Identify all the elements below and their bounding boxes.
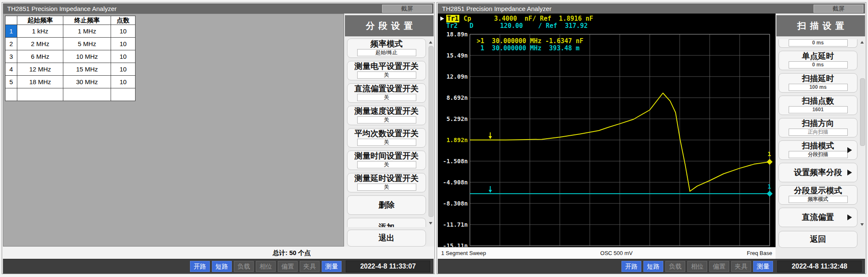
panel-button[interactable]: 测量速度设置开关 关 — [347, 106, 426, 125]
back-button[interactable]: 返回 — [778, 231, 857, 248]
status-button[interactable]: 负载 — [234, 261, 254, 272]
start-frequency-cell[interactable] — [17, 88, 63, 101]
points-cell[interactable]: 10 — [111, 63, 136, 76]
panel-button[interactable]: 扫描延时 100 ms — [778, 73, 857, 93]
table-row: 5 18 MHz 30 MHz 10 — [5, 76, 136, 88]
panel-button[interactable]: 直流偏置设置开关 关 — [347, 83, 426, 103]
status-button[interactable]: 测量 — [322, 261, 342, 272]
stop-frequency-cell[interactable]: 1 MHz — [63, 25, 111, 38]
panel-button[interactable]: 添加 — [347, 218, 426, 227]
status-button[interactable]: 相位 — [256, 261, 276, 272]
start-frequency-cell[interactable]: 1 kHz — [17, 25, 63, 38]
points-cell[interactable] — [111, 88, 136, 101]
svg-text:12.09n: 12.09n — [446, 73, 468, 80]
trace2-detail: D 120.00 / Ref 317.92 — [462, 22, 588, 30]
row-number-cell[interactable]: 5 — [5, 76, 17, 88]
trace2-chip[interactable]: Tr2 — [446, 22, 458, 30]
points-cell[interactable]: 10 — [111, 76, 136, 88]
panel-button[interactable]: 测量时间设置开关 关 — [347, 151, 426, 170]
screenshot-button[interactable]: 截屏 — [814, 5, 863, 13]
osc-level-label: OSC 500 mV — [600, 250, 633, 256]
svg-text:-4.908n: -4.908n — [443, 179, 468, 186]
stop-frequency-cell[interactable]: 15 MHz — [63, 63, 111, 76]
scrollbar-thumb[interactable] — [860, 78, 865, 146]
panel-button[interactable]: 单点延时 0 ms — [778, 51, 857, 70]
panel-button[interactable]: 分段显示模式 频率模式 — [778, 185, 857, 205]
stop-frequency-cell[interactable]: 10 MHz — [63, 50, 111, 63]
panel-button-value: 1601 — [789, 106, 848, 113]
points-cell[interactable]: 10 — [111, 25, 136, 38]
table-row: 2 2 MHz 5 MHz 10 — [5, 38, 136, 50]
trace1-chip[interactable]: Tr1 — [446, 15, 459, 22]
scrollbar-thumb[interactable] — [429, 46, 434, 217]
status-button[interactable]: 偏置 — [709, 261, 729, 272]
panel-button[interactable]: 直流偏置 — [778, 208, 857, 227]
row-number-cell[interactable]: 3 — [5, 50, 17, 63]
exit-button[interactable]: 退出 — [347, 230, 426, 247]
status-button[interactable]: 开路 — [190, 261, 210, 272]
scroll-up-icon[interactable] — [429, 41, 432, 44]
submenu-arrow-icon — [847, 214, 852, 220]
status-button[interactable]: 偏置 — [278, 261, 298, 272]
status-button[interactable]: 夹具 — [731, 261, 751, 272]
points-cell[interactable]: 10 — [111, 38, 136, 50]
svg-text:-15.11n: -15.11n — [443, 242, 468, 247]
scroll-down-icon[interactable] — [860, 223, 864, 226]
status-button[interactable]: 负载 — [665, 261, 685, 272]
status-button[interactable]: 短路 — [212, 261, 232, 272]
row-number-cell[interactable]: 1 — [5, 25, 17, 38]
start-frequency-cell[interactable]: 12 MHz — [17, 63, 63, 76]
row-number-cell[interactable]: 4 — [5, 63, 17, 76]
stop-frequency-cell[interactable] — [63, 88, 111, 101]
panel-button-label: 测量速度设置开关 — [347, 106, 426, 116]
panel-button[interactable]: 测量电平设置开关 关 — [347, 61, 426, 80]
titlebar[interactable]: TH2851 Precision Impedance Analyzer 截屏 — [438, 3, 865, 14]
totals-strip: 总计: 50 个点 — [2, 247, 434, 259]
statusbar: 开路 短路 负载 相位 偏置 夹具 测量 2022-4-8 11:33:07 — [3, 259, 434, 274]
start-frequency-cell[interactable]: 18 MHz — [17, 76, 63, 88]
svg-text:1.892n: 1.892n — [446, 137, 468, 143]
start-frequency-cell[interactable]: 6 MHz — [17, 50, 63, 63]
panel-button[interactable]: 扫描模式 分段扫描 — [778, 140, 857, 160]
status-button[interactable]: 夹具 — [300, 261, 320, 272]
table-header-cell: 点数 — [111, 16, 136, 25]
points-cell[interactable]: 10 — [111, 50, 136, 63]
panel-button[interactable]: 平均次数设置开关 关 — [347, 128, 426, 148]
panel-scroll-area: 0 ms 单点延时 0 ms 扫描延时 100 ms — [776, 38, 866, 228]
row-number-cell[interactable]: 2 — [5, 38, 17, 50]
scrollbar[interactable] — [859, 39, 865, 228]
panel-button[interactable]: 0 ms — [778, 39, 857, 48]
scroll-down-icon[interactable] — [429, 222, 432, 225]
screenshot-button[interactable]: 截屏 — [382, 5, 432, 13]
svg-text:-11.71n: -11.71n — [443, 221, 468, 228]
panel-button-value: 起始/终止 — [357, 49, 416, 56]
stop-frequency-cell[interactable]: 5 MHz — [63, 38, 111, 50]
stop-frequency-cell[interactable]: 30 MHz — [63, 76, 111, 88]
panel-button[interactable]: 设置频率分段 — [778, 163, 857, 182]
status-button[interactable]: 相位 — [687, 261, 707, 272]
titlebar[interactable]: TH2851 Precision Impedance Analyzer 截屏 — [3, 3, 434, 14]
scrollbar[interactable] — [428, 39, 434, 226]
submenu-arrow-icon — [847, 147, 852, 153]
panel-button[interactable]: 扫描方向 正向扫描 — [778, 118, 857, 137]
table-row: 3 6 MHz 10 MHz 10 — [5, 50, 136, 63]
row-number-cell[interactable] — [5, 88, 17, 101]
submenu-arrow-icon — [847, 170, 852, 176]
scroll-up-icon[interactable] — [860, 41, 864, 44]
start-frequency-cell[interactable]: 2 MHz — [17, 38, 63, 50]
svg-text:15.49n: 15.49n — [446, 52, 468, 59]
status-button[interactable]: 开路 — [621, 261, 641, 272]
panel-button[interactable]: 测量延时设置开关 关 — [347, 173, 426, 192]
sweep-settings-window: TH2851 Precision Impedance Analyzer 截屏 1… — [437, 2, 866, 274]
panel-button-value: 频率模式 — [789, 196, 848, 203]
panel-button-list: 频率模式 起始/终止 测量电平设置开关 关 直流偏置设置开关 — [347, 38, 426, 227]
panel-button[interactable]: 删除 — [347, 195, 426, 215]
panel-scroll-area: 频率模式 起始/终止 测量电平设置开关 关 直流偏置设置开关 — [344, 38, 434, 227]
panel-button[interactable]: 扫描点数 1601 — [778, 96, 857, 115]
panel-button-value: 关 — [357, 116, 416, 123]
marker1-trace2-readout: 1 30.000000 MHz 393.48 m — [477, 45, 583, 52]
trace2-info-line: Tr2 D 120.00 / Ref 317.92 — [440, 22, 588, 30]
status-button[interactable]: 测量 — [753, 261, 773, 272]
status-button[interactable]: 短路 — [643, 261, 663, 272]
panel-button[interactable]: 频率模式 起始/终止 — [347, 38, 426, 58]
